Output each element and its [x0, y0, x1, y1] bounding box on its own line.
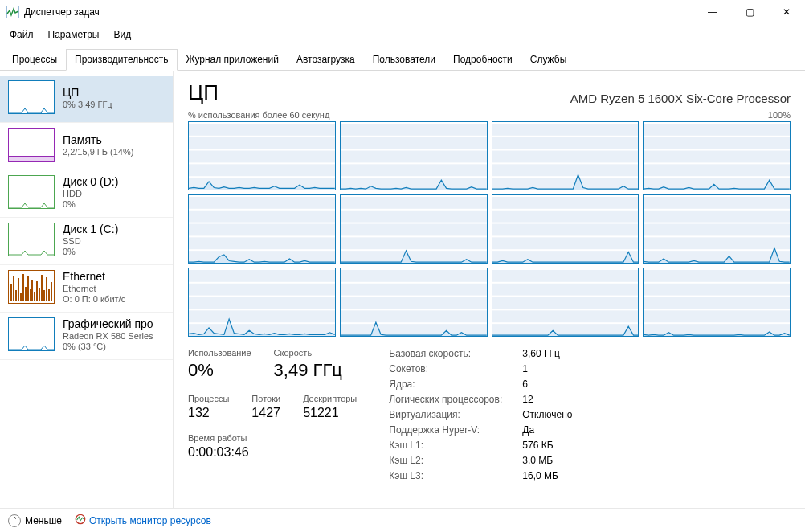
uptime-label: Время работы: [188, 433, 357, 443]
tab-performance[interactable]: Производительность: [66, 49, 177, 71]
core-chart-1: [188, 121, 336, 190]
sidebar-item-title: Память: [63, 133, 133, 146]
spec-key: Виртуализация:: [389, 409, 517, 420]
spec-row: Кэш L3:16,0 МБ: [389, 470, 572, 481]
core-chart-4: [643, 121, 791, 190]
chart-yaxis-max: 100%: [768, 110, 791, 120]
page-title: ЦП: [188, 80, 219, 105]
processes-value: 132: [188, 406, 229, 420]
spec-value: 3,0 МБ: [522, 455, 553, 466]
core-chart-8: [643, 194, 791, 264]
fewer-details-label: Меньше: [25, 515, 62, 526]
sidebar-item-disk-3[interactable]: Диск 1 (C:)SSD0%: [0, 218, 173, 265]
spec-value: 576 КБ: [522, 440, 553, 451]
spec-row: Ядра:6: [389, 379, 572, 390]
spec-value: 16,0 МБ: [522, 470, 558, 481]
core-chart-3: [492, 121, 640, 190]
utilization-label: Использование: [188, 348, 251, 358]
tab-startup[interactable]: Автозагрузка: [288, 49, 364, 71]
spec-row: Виртуализация:Отключено: [389, 409, 572, 420]
handles-label: Дескрипторы: [303, 394, 357, 403]
sidebar-item-cpu[interactable]: ЦП0% 3,49 ГГц: [0, 76, 173, 123]
threads-label: Потоки: [251, 394, 280, 403]
resource-monitor-icon: [75, 514, 86, 527]
sidebar-item-subtext: HDD: [63, 189, 118, 198]
spec-value: Отключено: [522, 409, 572, 420]
tab-apphistory[interactable]: Журнал приложений: [178, 49, 288, 71]
app-icon: [6, 6, 19, 18]
sidebar-item-subtext: 0% 3,49 ГГц: [63, 100, 112, 109]
spec-row: Кэш L1:576 КБ: [389, 440, 572, 451]
spec-value: Да: [522, 424, 534, 436]
net-thumbnail: [8, 270, 55, 304]
minimize-button[interactable]: —: [694, 0, 731, 24]
sidebar-item-net[interactable]: EthernetEthernetО: 0 П: 0 кбит/с: [0, 265, 173, 313]
spec-key: Поддержка Hyper-V:: [389, 424, 517, 436]
window-title: Диспетчер задач: [24, 6, 100, 18]
svg-marker-11: [492, 326, 639, 336]
uptime-value: 0:00:03:46: [188, 445, 357, 460]
cpu-core-charts: [188, 121, 791, 337]
svg-marker-6: [341, 251, 487, 263]
sidebar-item-title: Диск 1 (C:): [63, 223, 118, 235]
core-chart-9: [188, 268, 336, 337]
sidebar-item-subtext: О: 0 П: 0 кбит/с: [63, 294, 125, 304]
tab-users[interactable]: Пользователи: [364, 49, 444, 71]
spec-row: Кэш L2:3,0 МБ: [389, 455, 572, 466]
performance-sidebar: ЦП0% 3,49 ГГцПамять2,2/15,9 ГБ (14%)Диск…: [0, 71, 174, 508]
open-resource-monitor-label: Открыть монитор ресурсов: [89, 515, 211, 526]
menu-view[interactable]: Вид: [107, 26, 137, 43]
tab-processes[interactable]: Процессы: [3, 49, 66, 71]
fewer-details-button[interactable]: ˄ Меньше: [8, 514, 62, 527]
menu-file[interactable]: Файл: [3, 26, 40, 43]
core-chart-5: [188, 194, 336, 264]
speed-value: 3,49 ГГц: [274, 360, 342, 381]
tab-strip: Процессы Производительность Журнал прило…: [0, 47, 805, 71]
sidebar-item-subtext: 0%: [63, 199, 118, 209]
spec-key: Кэш L2:: [389, 455, 517, 466]
cpu-spec-list: Базовая скорость:3,60 ГГцСокетов:1Ядра:6…: [389, 348, 572, 481]
cpu-model: AMD Ryzen 5 1600X Six-Core Processor: [570, 92, 791, 105]
sidebar-item-gpu[interactable]: Графический проRadeon RX 580 Series0% (3…: [0, 313, 173, 360]
gpu-thumbnail: [8, 317, 55, 351]
spec-key: Сокетов:: [389, 363, 517, 374]
sidebar-item-subtext: 2,2/15,9 ГБ (14%): [63, 147, 133, 157]
svg-marker-7: [492, 252, 639, 263]
spec-key: Базовая скорость:: [389, 348, 517, 359]
svg-marker-4: [644, 180, 790, 190]
close-button[interactable]: ✕: [768, 0, 805, 24]
spec-row: Базовая скорость:3,60 ГГц: [389, 348, 572, 359]
spec-key: Логических процессоров:: [389, 394, 517, 405]
utilization-value: 0%: [188, 360, 251, 381]
sidebar-item-disk-2[interactable]: Диск 0 (D:)HDD0%: [0, 170, 173, 218]
sidebar-item-subtext: 0%: [63, 247, 118, 256]
menu-bar: Файл Параметры Вид: [0, 24, 805, 45]
spec-value: 3,60 ГГц: [522, 348, 560, 359]
tab-details[interactable]: Подробности: [444, 49, 521, 71]
tab-services[interactable]: Службы: [521, 49, 575, 71]
spec-key: Кэш L3:: [389, 470, 517, 481]
sidebar-item-subtext: SSD: [63, 236, 118, 246]
speed-label: Скорость: [274, 348, 342, 358]
sidebar-item-subtext: 0% (33 °C): [63, 342, 153, 351]
sidebar-item-title: Диск 0 (D:): [63, 175, 118, 188]
threads-value: 1427: [251, 406, 280, 420]
chart-caption: % использования более 60 секунд: [188, 110, 329, 120]
core-chart-6: [340, 194, 488, 264]
cpu-thumbnail: [8, 80, 55, 114]
maximize-button[interactable]: ▢: [731, 0, 768, 24]
handles-value: 51221: [303, 406, 357, 420]
sidebar-item-mem[interactable]: Память2,2/15,9 ГБ (14%): [0, 123, 173, 170]
menu-options[interactable]: Параметры: [42, 26, 106, 43]
open-resource-monitor-link[interactable]: Открыть монитор ресурсов: [75, 514, 211, 527]
core-chart-11: [492, 268, 640, 337]
spec-key: Кэш L1:: [389, 440, 517, 451]
svg-marker-3: [492, 175, 639, 190]
cpu-details-panel: ЦП AMD Ryzen 5 1600X Six-Core Processor …: [174, 71, 805, 508]
disk-thumbnail: [8, 175, 55, 209]
processes-label: Процессы: [188, 394, 229, 403]
sidebar-item-title: Графический про: [63, 317, 153, 330]
svg-marker-8: [644, 248, 790, 263]
spec-value: 12: [522, 394, 533, 405]
mem-thumbnail: [8, 128, 55, 162]
